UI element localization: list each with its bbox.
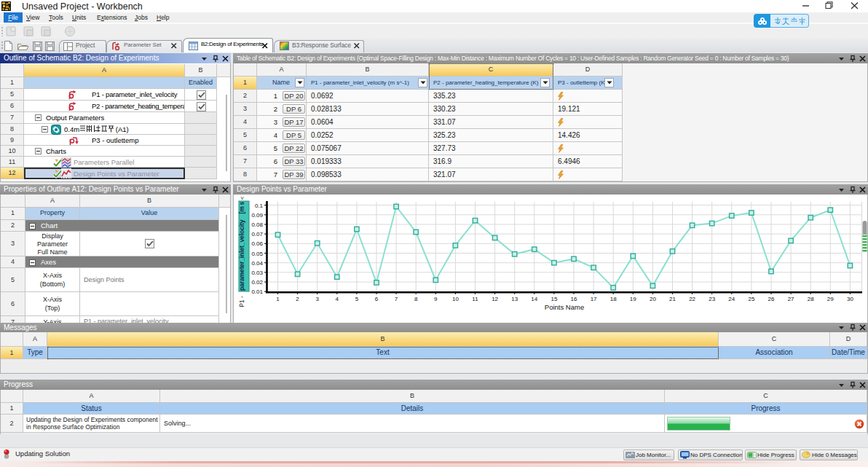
svg-text:3: 3: [315, 296, 319, 302]
svg-text:25: 25: [748, 296, 754, 302]
svg-text:20: 20: [650, 296, 656, 302]
svg-text:16: 16: [571, 296, 577, 302]
svg-text:0.05: 0.05: [251, 251, 263, 257]
svg-text:0.09: 0.09: [251, 212, 263, 219]
svg-text:24: 24: [728, 296, 735, 302]
svg-text:30: 30: [847, 296, 853, 302]
svg-text:27: 27: [788, 296, 794, 302]
svg-text:0.01: 0.01: [251, 289, 263, 295]
svg-text:19: 19: [630, 296, 636, 302]
svg-text:9: 9: [434, 296, 438, 302]
svg-text:parameter_inlet_velocity [m s: parameter_inlet_velocity [m s: [238, 202, 245, 291]
svg-text:5: 5: [355, 296, 359, 302]
svg-text:18: 18: [610, 296, 617, 302]
svg-text:2: 2: [296, 296, 299, 302]
svg-text:14: 14: [531, 296, 537, 302]
svg-text:0.08: 0.08: [251, 221, 263, 228]
svg-text:6: 6: [375, 296, 379, 302]
svg-text:17: 17: [591, 296, 597, 302]
svg-text:12: 12: [492, 296, 498, 302]
svg-text:21: 21: [669, 296, 676, 302]
svg-text:0.1: 0.1: [255, 203, 264, 209]
svg-text:0.07: 0.07: [251, 231, 263, 238]
svg-text:<: <: [239, 196, 245, 200]
svg-text:P1 -: P1 -: [238, 296, 245, 307]
svg-text:8: 8: [414, 296, 418, 302]
svg-text:7: 7: [395, 296, 398, 302]
svg-text:29: 29: [827, 296, 834, 302]
svg-text:0.04: 0.04: [251, 260, 263, 267]
svg-text:1: 1: [276, 296, 280, 302]
svg-text:23: 23: [709, 296, 715, 302]
svg-text:0.06: 0.06: [251, 240, 263, 247]
svg-text:28: 28: [808, 296, 814, 302]
svg-text:Points Name: Points Name: [545, 303, 584, 311]
svg-text:15: 15: [551, 296, 557, 302]
svg-text:22: 22: [689, 296, 695, 302]
svg-text:0.02: 0.02: [251, 279, 263, 286]
svg-text:10: 10: [452, 296, 459, 302]
svg-text:26: 26: [768, 296, 775, 302]
svg-text:0.03: 0.03: [251, 270, 263, 276]
svg-text:4: 4: [336, 296, 339, 302]
svg-text:11: 11: [472, 296, 478, 302]
svg-text:13: 13: [511, 296, 518, 302]
